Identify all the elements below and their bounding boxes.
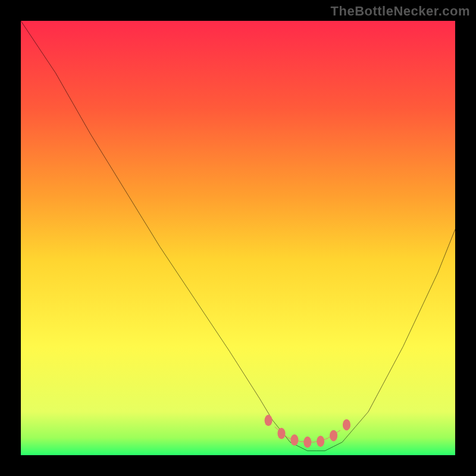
svg-point-10: [330, 430, 337, 441]
watermark-text: TheBottleNecker.com: [331, 4, 470, 19]
plot-area: [21, 21, 455, 455]
svg-point-6: [277, 428, 285, 439]
bottleneck-chart: [21, 21, 455, 455]
svg-point-5: [265, 415, 273, 426]
svg-point-9: [317, 436, 324, 447]
svg-point-11: [343, 419, 350, 430]
gradient-background: [21, 21, 455, 455]
svg-point-8: [303, 437, 311, 448]
svg-point-7: [290, 434, 298, 446]
chart-frame: TheBottleNecker.com: [0, 0, 476, 476]
